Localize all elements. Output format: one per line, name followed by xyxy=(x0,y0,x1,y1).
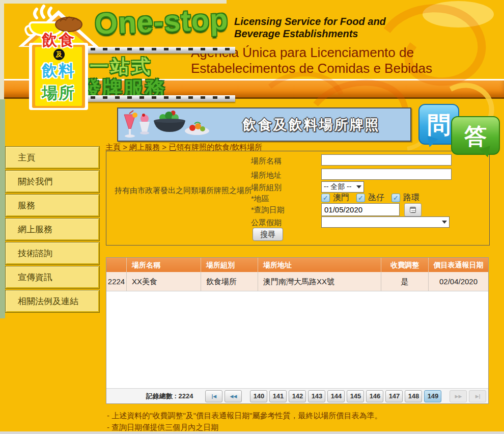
page-button-147[interactable]: 147 xyxy=(385,390,403,402)
sidebar-item-promotion[interactable]: 宣傳資訊 xyxy=(5,266,100,289)
food-illustration-icon xyxy=(118,110,212,140)
page-button-146[interactable]: 146 xyxy=(366,390,383,402)
sidebar-item-services[interactable]: 服務 xyxy=(5,194,100,217)
page-button-141[interactable]: 141 xyxy=(269,390,287,402)
logo-text-food: 飲食 xyxy=(17,30,100,51)
cell-name: XX美食 xyxy=(127,272,201,291)
district-label: *地區 xyxy=(251,194,269,204)
query-date-input[interactable] xyxy=(321,203,400,216)
holiday-label: 公眾假期 xyxy=(251,218,282,228)
cell-pricelist-date: 02/04/2020 xyxy=(429,272,488,291)
sidebar-item-about[interactable]: 關於我們 xyxy=(5,170,100,193)
record-total-label: 記錄總數 : 2224 xyxy=(146,392,193,401)
panel-description: 持有由市政署發出之同類場所牌照之場所 xyxy=(115,185,267,196)
table-header-row: 場所名稱 場所組別 場所地址 收費調整 價目表通報日期 xyxy=(106,258,488,272)
col-header-fee: 收費調整 xyxy=(381,258,429,272)
footer-note-1: - 上述資料的"收費調整"及"價目表通報日期"屬參考性質，最終以場所價目表為準。 xyxy=(107,410,382,421)
district-taipa-label: 氹仔 xyxy=(368,193,384,203)
license-banner: 飲食及飲料場所牌照 xyxy=(117,107,411,142)
logo-text-and: 及 xyxy=(53,49,65,60)
page-button-140[interactable]: 140 xyxy=(250,390,267,402)
district-coloane-label: 路環 xyxy=(403,193,419,203)
sidebar-item-legislation[interactable]: 相關法例及連結 xyxy=(5,290,100,313)
col-header-group: 場所組別 xyxy=(201,258,258,272)
results-table: 場所名稱 場所組別 場所地址 收費調整 價目表通報日期 2224 XX美食 飲食… xyxy=(106,257,489,404)
logo-text-beverage: 飲料 xyxy=(17,60,100,82)
venue-group-select[interactable]: -- 全部 -- xyxy=(321,181,364,193)
brand-onestop: One-stop xyxy=(94,2,229,40)
col-header-address: 場所地址 xyxy=(258,258,381,272)
group-selected-value: -- 全部 -- xyxy=(324,182,354,192)
district-macau-label: 澳門 xyxy=(333,193,349,203)
table-empty-area xyxy=(106,291,488,388)
site-logo[interactable]: 飲食 及 飲料 場所 xyxy=(17,2,100,111)
search-button[interactable]: 搜尋 xyxy=(253,228,283,241)
sidebar-item-technical[interactable]: 技術諮詢 xyxy=(5,242,100,265)
qa-widget: 問 答 xyxy=(418,104,503,157)
date-label: *查詢日期 xyxy=(251,205,285,215)
group-label: 場所組別 xyxy=(251,183,282,193)
next-page-button[interactable]: ▶▶ xyxy=(450,390,467,402)
district-coloane-checkbox[interactable]: ✓ xyxy=(391,194,400,202)
district-taipa-checkbox[interactable]: ✓ xyxy=(356,194,365,202)
footer-notes: - 上述資料的"收費調整"及"價目表通報日期"屬參考性質，最終以場所價目表為準。… xyxy=(107,410,382,433)
calendar-button[interactable] xyxy=(404,203,422,216)
header-title-en-line1: Licensing Service for Food and xyxy=(234,15,386,28)
last-page-button[interactable]: ▶| xyxy=(469,390,486,402)
page-button-143[interactable]: 143 xyxy=(308,390,325,402)
filmstrip-bar-top xyxy=(76,47,235,53)
chevron-down-icon xyxy=(356,185,361,188)
page-button-142[interactable]: 142 xyxy=(289,390,306,402)
search-panel: 持有由市政署發出之同類場所牌照之場所 場所名稱 場所地址 場所組別 -- 全部 … xyxy=(106,151,490,246)
address-label: 場所地址 xyxy=(251,171,282,180)
table-row[interactable]: 2224 XX美食 飲食場所 澳門南灣大馬路XX號 是 02/04/2020 xyxy=(106,272,488,291)
sidebar-green-strip xyxy=(0,99,5,318)
answer-bubble-icon[interactable]: 答 xyxy=(451,116,500,155)
page-button-148[interactable]: 148 xyxy=(405,390,422,402)
district-macau-checkbox[interactable]: ✓ xyxy=(321,194,330,202)
chevron-down-icon xyxy=(442,221,447,224)
prev-page-button[interactable]: ◀◀ xyxy=(225,390,242,402)
page-left-strip xyxy=(0,0,4,99)
page-button-145[interactable]: 145 xyxy=(347,390,364,402)
page-bottom-strip xyxy=(0,431,504,434)
pagination-buttons: |◀ ◀◀ 140 141 142 143 144 145 146 147 14… xyxy=(204,390,487,402)
col-header-id xyxy=(106,258,127,272)
header-title-en-line2: Beverage Establishments xyxy=(234,28,386,40)
public-holiday-select[interactable] xyxy=(321,216,450,228)
col-header-name: 場所名稱 xyxy=(127,258,201,272)
district-checkbox-group: ✓ 澳門 ✓ 氹仔 ✓ 路環 xyxy=(321,193,424,203)
col-header-pricelist-date: 價目表通報日期 xyxy=(429,258,488,272)
sidebar-nav: 主頁 關於我們 服務 網上服務 技術諮詢 宣傳資訊 相關法例及連結 xyxy=(5,146,100,314)
sidebar-item-home[interactable]: 主頁 xyxy=(5,146,100,169)
sidebar-item-online-services[interactable]: 網上服務 xyxy=(5,218,100,241)
logo-text-premises: 場所 xyxy=(17,83,100,104)
page-button-144[interactable]: 144 xyxy=(327,390,345,402)
calendar-icon xyxy=(410,207,416,213)
cell-id: 2224 xyxy=(106,272,127,291)
filmstrip-banner: 一站式 發牌服務 xyxy=(76,45,235,102)
banner-title: 飲食及飲料場所牌照 xyxy=(212,116,410,134)
filmstrip-bar-bottom xyxy=(76,95,235,102)
name-label: 場所名稱 xyxy=(251,156,282,166)
venue-address-input[interactable] xyxy=(321,169,452,180)
page-button-149-active[interactable]: 149 xyxy=(424,390,441,402)
header-title-en: Licensing Service for Food and Beverage … xyxy=(234,15,386,40)
cell-address: 澳門南灣大馬路XX號 xyxy=(258,272,381,291)
first-page-button[interactable]: |◀ xyxy=(205,390,222,402)
cell-fee-adjusted: 是 xyxy=(381,272,429,291)
cell-group: 飲食場所 xyxy=(201,272,258,291)
pagination-bar: 記錄總數 : 2224 |◀ ◀◀ 140 141 142 143 144 14… xyxy=(106,388,488,403)
